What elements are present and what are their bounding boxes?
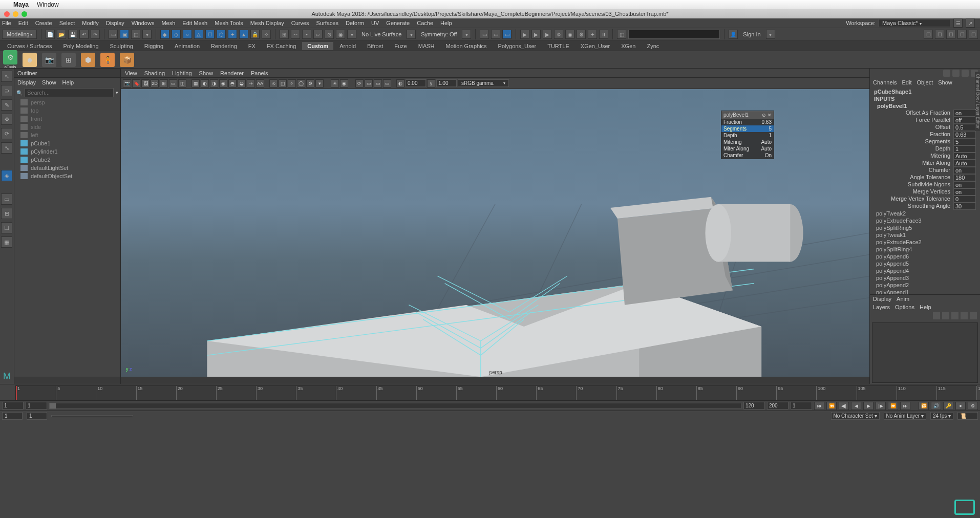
loop-icon[interactable]: 🔁	[919, 402, 929, 410]
attr-force-parallel[interactable]: Force Paralleloff	[872, 117, 978, 124]
outliner-item-front[interactable]: front	[14, 115, 120, 123]
layout-more-icon[interactable]: ▦	[1, 236, 12, 248]
menu-deform[interactable]: Deform	[346, 20, 364, 26]
step-back-icon[interactable]: ⏪	[826, 402, 837, 410]
save-scene-icon[interactable]: 💾	[68, 30, 77, 39]
outliner-item-objectset[interactable]: defaultObjectSet	[14, 172, 120, 180]
range-bar[interactable]	[49, 403, 741, 409]
sign-in-label[interactable]: Sign In	[740, 31, 763, 37]
vp-xray-icon[interactable]: ◫	[279, 79, 287, 88]
shelf-orange-icon[interactable]: ⬢	[81, 53, 95, 67]
vp-isolate-icon[interactable]: ⎋	[269, 79, 278, 88]
menu-windows[interactable]: Windows	[132, 20, 155, 26]
timeline-tick[interactable]: 10	[96, 386, 102, 400]
vp-wireframe-icon[interactable]: ▦	[191, 79, 200, 88]
snap-live-icon[interactable]: ◉	[336, 30, 345, 39]
mac-menu-window[interactable]: Window	[37, 1, 59, 8]
shelf-tab[interactable]: TURTLE	[542, 42, 574, 50]
vp-gamma2-icon[interactable]: γ	[427, 79, 435, 88]
layer-tab-anim[interactable]: Anim	[897, 296, 909, 302]
layer-list[interactable]	[872, 322, 978, 383]
mask-icon-7[interactable]: ✦	[228, 30, 237, 39]
attr-merge-vertex-tol[interactable]: Merge Vertex Tolerance0	[872, 196, 978, 203]
attr-chamfer[interactable]: Chamferon	[872, 167, 978, 174]
undo-icon[interactable]: ↶	[79, 30, 89, 39]
script-editor-icon[interactable]: 📜	[957, 412, 978, 420]
mask-icon-3[interactable]: ○	[183, 30, 192, 39]
user-icon[interactable]: 👤	[729, 30, 738, 39]
cmd-left-2[interactable]: 1	[27, 412, 47, 420]
menu-uv[interactable]: UV	[371, 20, 379, 26]
vp-motion-icon[interactable]: ⇢	[247, 79, 255, 88]
mel-input[interactable]	[51, 415, 133, 417]
menu-edit[interactable]: Edit	[18, 20, 28, 26]
snap-center-icon[interactable]: ⊙	[325, 30, 334, 39]
toggle-icon-3[interactable]: ☐	[946, 30, 955, 39]
render-region-icon[interactable]: ▶	[543, 30, 552, 39]
vp-menu-shading[interactable]: Shading	[144, 70, 165, 76]
fps-dropdown[interactable]: 24 fps ▾	[930, 412, 953, 420]
outliner-item-lightset[interactable]: defaultLightSet	[14, 164, 120, 172]
vp-aa-icon[interactable]: AA	[256, 79, 264, 88]
anim-layer-dropdown[interactable]: No Anim Layer ▾	[884, 412, 926, 420]
shelf-face-icon[interactable]: ☻	[23, 53, 37, 67]
prev-key-icon[interactable]: ◀|	[839, 402, 849, 410]
channelbox-side-label[interactable]: Channel Box / Layer Editor	[975, 72, 980, 131]
menu-help[interactable]: Help	[440, 20, 452, 26]
mask-icon-6[interactable]: ⬡	[217, 30, 226, 39]
vp-grid-icon[interactable]: ⊞	[160, 79, 168, 88]
layout-prev-icon[interactable]: ☐	[1, 222, 12, 233]
hud-close-icon[interactable]: ⊙ ✕	[762, 113, 772, 118]
layer-tab-display[interactable]: Display	[873, 296, 891, 302]
chevron-down-icon[interactable]: ▾	[142, 30, 152, 39]
cb-menu-show[interactable]: Show	[938, 79, 952, 85]
timeline-tick[interactable]: 100	[816, 386, 825, 400]
outliner-item-left[interactable]: left	[14, 131, 120, 139]
vp-chevron-down-icon[interactable]: ▾	[315, 79, 324, 88]
shelf-tab[interactable]: Curves / Surfaces	[2, 42, 57, 50]
shelf-tab[interactable]: Poly Modeling	[58, 42, 103, 50]
mask-icon-2[interactable]: ◇	[172, 30, 181, 39]
last-tool[interactable]: ◈	[1, 170, 12, 181]
timeline-tick[interactable]: 5	[56, 386, 60, 400]
symmetry-label[interactable]: Symmetry: Off	[418, 31, 460, 37]
range-start-inner[interactable]: 1	[26, 402, 47, 409]
layer-icon-2[interactable]	[942, 312, 949, 319]
viewport-scrollbar[interactable]	[121, 377, 869, 384]
shelf-tab[interactable]: Animation	[169, 42, 205, 50]
workspace-dropdown[interactable]: Maya Classic* ▾	[879, 19, 950, 27]
hist-polyappend1[interactable]: polyAppend1	[872, 289, 978, 294]
shelf-tab-active[interactable]: Custom	[302, 42, 333, 50]
hud-row-chamfer[interactable]: ChamferOn	[721, 152, 774, 159]
play-back-icon[interactable]: ◀	[851, 402, 861, 410]
mask-icon-5[interactable]: ☐	[205, 30, 215, 39]
menu-cache[interactable]: Cache	[417, 20, 433, 26]
hud-row-fraction[interactable]: Fraction0.63	[721, 119, 774, 125]
outliner-scrollbar[interactable]	[14, 377, 120, 384]
close-icon[interactable]	[4, 11, 10, 17]
outliner-item-side[interactable]: side	[14, 123, 120, 131]
snap-grid-icon[interactable]: ⊞	[280, 30, 289, 39]
current-frame[interactable]: 1	[791, 402, 812, 409]
time-slider[interactable]: 1510152025303540455055606570758085909510…	[0, 384, 980, 400]
select-tool[interactable]: ↖	[1, 71, 12, 82]
snap-plane-icon[interactable]: ▱	[313, 30, 323, 39]
outliner-search[interactable]	[25, 88, 114, 97]
menu-mesh-display[interactable]: Mesh Display	[250, 20, 284, 26]
redo-icon[interactable]: ↷	[91, 30, 100, 39]
hist-polytweak1[interactable]: polyTweak1	[872, 231, 978, 239]
vp-snap-icon[interactable]: ▭	[365, 79, 373, 88]
audio-icon[interactable]: 🔊	[931, 402, 941, 410]
panel-layout-icon[interactable]: ◫	[617, 30, 626, 39]
attr-offset-as-fraction[interactable]: Offset As Fractionon	[872, 110, 978, 117]
shelf-tab[interactable]: Zync	[642, 42, 664, 50]
goto-start-icon[interactable]: ⏮	[814, 402, 824, 410]
prefs-icon[interactable]: ⚙	[968, 402, 978, 410]
hist-polyappend3[interactable]: polyAppend3	[872, 274, 978, 282]
step-fwd-icon[interactable]: ⏩	[888, 402, 898, 410]
vp-safe-icon[interactable]: ◫	[178, 79, 186, 88]
select-component-icon[interactable]: ◫	[131, 30, 140, 39]
timeline-tick[interactable]: 30	[256, 386, 263, 400]
hist-polyextrudeface3[interactable]: polyExtrudeFace3	[872, 217, 978, 224]
vp-menu-renderer[interactable]: Renderer	[220, 70, 244, 76]
